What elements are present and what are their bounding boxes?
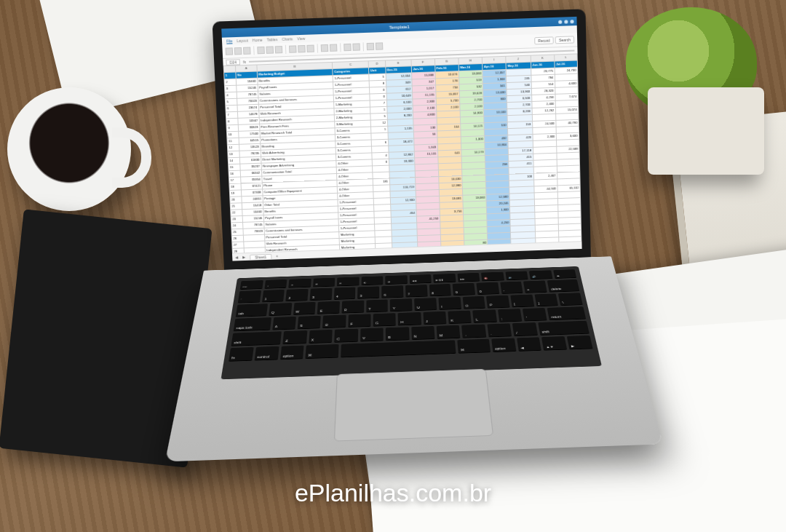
key[interactable]: I [438,297,461,310]
key[interactable]: H [398,312,421,325]
key[interactable]: Q [269,303,292,316]
key[interactable]: return [547,306,586,320]
italic-icon[interactable] [266,46,274,53]
key[interactable]: 7 [405,285,427,297]
copy-icon[interactable] [243,47,251,55]
tab-home[interactable]: Home [253,38,263,43]
key[interactable]: ⌘ [306,344,338,359]
sort-icon[interactable] [367,43,375,50]
key[interactable]: \ [558,293,583,306]
align-center-icon[interactable] [298,45,306,52]
key[interactable]: 8 [429,284,451,296]
tab-file[interactable]: File [226,39,233,44]
key[interactable]: C [334,329,357,343]
sheet-nav-prev-icon[interactable]: ◀ [235,255,238,259]
key[interactable]: 🔊 [529,270,552,279]
fill-color-icon[interactable] [321,44,329,52]
key[interactable]: 🔉 [505,271,528,281]
add-sheet-icon[interactable]: + [276,254,278,258]
filter-icon[interactable] [376,42,384,49]
key[interactable]: G [373,313,396,326]
key[interactable]: R [342,301,365,314]
fx-icon[interactable]: fx [243,60,246,64]
key[interactable]: 5 [357,286,379,298]
key[interactable]: ◐ [361,276,383,285]
key[interactable]: delete [547,279,580,293]
key[interactable]: V [360,327,384,341]
key[interactable]: . [487,323,512,337]
key[interactable]: control [254,346,279,361]
key[interactable]: 9 [453,283,475,295]
key[interactable]: ] [534,293,558,306]
key[interactable]: ◀◀ [409,274,432,284]
key[interactable]: ' [523,308,547,321]
font-color-icon[interactable] [330,44,338,51]
keyboard[interactable]: esc☼☀⊞⊟◐◑◀◀▶/❚❚▶▶🔇🔉🔊⏏`1234567890-=delete… [221,266,602,379]
key[interactable]: ▲▼ [541,336,567,351]
key[interactable]: L [472,309,496,322]
key[interactable]: ; [498,309,523,322]
key[interactable]: = [523,280,547,293]
key[interactable]: A [272,317,296,330]
window-controls[interactable] [558,20,573,24]
key[interactable] [341,340,456,357]
key[interactable]: option [491,338,516,353]
key[interactable]: - [500,282,523,294]
key[interactable]: ⊞ [313,278,336,287]
underline-icon[interactable] [275,46,283,53]
key[interactable]: 4 [334,287,356,300]
key[interactable]: ▶/❚❚ [433,274,456,283]
tab-charts[interactable]: Charts [282,36,293,41]
key[interactable]: M [437,325,461,339]
key[interactable]: P [486,295,509,309]
key[interactable]: esc [240,280,263,290]
key[interactable]: ▶▶ [457,273,480,282]
key[interactable]: 1 [262,290,285,302]
key[interactable]: E [317,301,340,314]
key[interactable]: J [423,311,446,325]
key[interactable]: 3 [310,288,333,301]
bold-icon[interactable] [257,47,265,54]
tab-layout[interactable]: Layout [237,38,248,43]
cut-icon[interactable] [234,47,242,55]
key[interactable]: Y [390,298,413,311]
key[interactable]: U [414,298,437,311]
tab-view[interactable]: View [297,36,305,41]
key[interactable]: T [366,299,388,312]
spreadsheet-grid[interactable]: ABCDEFGHIJKL1NoMarketing BudgetCategorie… [223,53,582,253]
key[interactable]: X [309,330,333,344]
paste-icon[interactable] [226,47,234,55]
key[interactable]: option [280,346,304,360]
key[interactable]: 2 [286,289,309,301]
key[interactable]: [ [510,295,534,308]
key[interactable]: ` [238,290,261,303]
key[interactable]: ⏏ [553,269,577,279]
key[interactable]: 0 [476,282,499,295]
key[interactable]: F [348,314,371,327]
key[interactable]: N [411,326,435,340]
percent-icon[interactable] [352,43,360,50]
tab-tables[interactable]: Tables [266,37,277,42]
record-button[interactable]: Record [534,36,554,44]
sheet-nav-next-icon[interactable]: ▶ [242,255,245,259]
key[interactable]: Z [283,330,307,344]
trackpad[interactable] [334,369,493,442]
key[interactable]: O [462,296,485,309]
key[interactable]: 🔇 [481,272,504,282]
key[interactable]: shift [538,321,590,336]
key[interactable]: K [448,311,472,324]
key[interactable]: ☀ [288,279,311,288]
align-left-icon[interactable] [289,45,297,52]
key[interactable]: tab [236,303,268,317]
key[interactable]: ⊟ [337,277,359,287]
key[interactable]: ⌘ [457,339,491,354]
key[interactable]: shift [231,331,282,346]
search-box[interactable]: Search [555,36,574,44]
key[interactable]: ◀ [517,337,542,352]
key[interactable]: D [322,315,346,329]
key[interactable]: ☼ [264,279,287,289]
key[interactable]: fn [229,347,253,362]
key[interactable]: 6 [381,285,403,298]
key[interactable]: ◑ [385,275,407,285]
align-right-icon[interactable] [306,45,314,52]
